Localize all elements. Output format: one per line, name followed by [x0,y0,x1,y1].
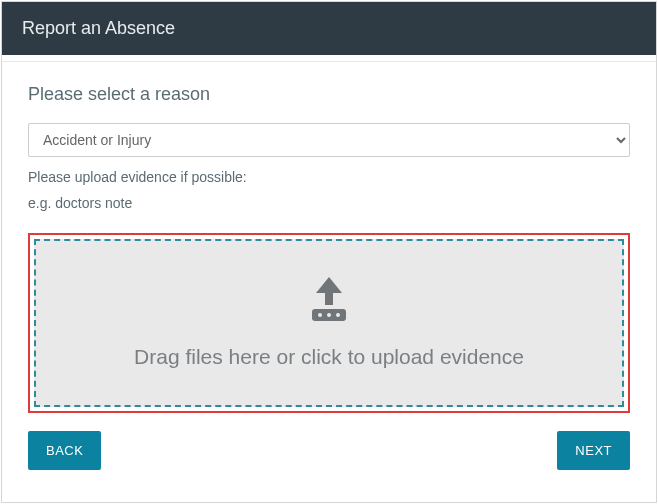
back-button[interactable]: BACK [28,431,101,470]
upload-icon [302,277,356,327]
svg-point-3 [336,313,340,317]
upload-zone-text: Drag files here or click to upload evide… [134,345,524,369]
modal-header: Report an Absence [2,2,656,55]
upload-hint: Please upload evidence if possible: [28,169,630,185]
upload-highlight: Drag files here or click to upload evide… [28,233,630,413]
next-button[interactable]: NEXT [557,431,630,470]
modal-title: Report an Absence [22,18,175,38]
svg-point-1 [318,313,322,317]
section-title: Please select a reason [28,84,630,105]
svg-point-2 [327,313,331,317]
modal-body: Please select a reason Accident or Injur… [2,61,656,502]
upload-dropzone[interactable]: Drag files here or click to upload evide… [34,239,624,407]
upload-example: e.g. doctors note [28,195,630,211]
reason-select-wrap: Accident or Injury [28,123,630,157]
modal-footer: BACK NEXT [28,431,630,472]
reason-select[interactable]: Accident or Injury [28,123,630,157]
report-absence-modal: Report an Absence Please select a reason… [1,1,657,503]
